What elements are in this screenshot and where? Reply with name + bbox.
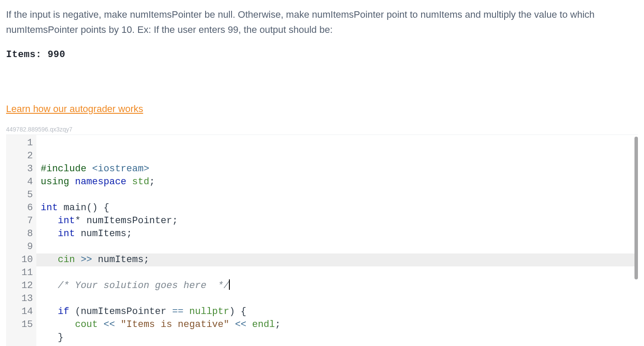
line-number: 3 (6, 163, 33, 176)
code-line[interactable]: using namespace std; (41, 176, 638, 189)
line-number: 5 (6, 189, 33, 202)
code-line[interactable]: if (numItemsPointer == nullptr) { (41, 305, 638, 318)
code-editor[interactable]: 123456789101112131415 #include <iostream… (6, 135, 638, 346)
code-line[interactable]: /* Your solution goes here */ (41, 279, 638, 292)
line-number: 1 (6, 137, 33, 150)
line-number: 8 (6, 227, 33, 240)
prompt-text: If the input is negative, make numItemsP… (6, 7, 638, 37)
code-line[interactable]: cout << "Items is negative" << endl; (41, 318, 638, 331)
question-id: 449782.889596.qx3zqy7 (6, 126, 638, 133)
line-number: 6 (6, 202, 33, 215)
code-line[interactable] (41, 266, 638, 279)
code-line[interactable]: else { (41, 344, 638, 346)
line-number: 12 (6, 279, 33, 292)
line-number: 7 (6, 215, 33, 227)
code-line[interactable] (41, 292, 638, 305)
line-number: 9 (6, 240, 33, 253)
code-area[interactable]: #include <iostream>using namespace std;i… (36, 135, 638, 346)
line-number-gutter: 123456789101112131415 (6, 135, 36, 346)
code-line[interactable] (41, 189, 638, 202)
line-number: 4 (6, 176, 33, 189)
code-line[interactable]: } (41, 331, 638, 344)
line-number: 11 (6, 266, 33, 279)
code-line[interactable] (41, 240, 638, 253)
line-number: 10 (6, 253, 33, 266)
learn-autograder-link[interactable]: Learn how our autograder works (6, 103, 143, 115)
code-line[interactable]: int* numItemsPointer; (41, 215, 638, 227)
code-line[interactable]: int numItems; (41, 227, 638, 240)
page-container: If the input is negative, make numItemsP… (0, 0, 644, 346)
line-number: 13 (6, 292, 33, 305)
code-line[interactable]: #include <iostream> (41, 163, 638, 176)
line-number: 15 (6, 318, 33, 331)
code-line[interactable]: int main() { (41, 202, 638, 215)
sample-output: Items: 990 (6, 49, 638, 60)
text-cursor (229, 279, 230, 290)
line-number: 14 (6, 305, 33, 318)
line-number: 2 (6, 150, 33, 163)
code-line[interactable]: cin >> numItems; (41, 253, 638, 266)
